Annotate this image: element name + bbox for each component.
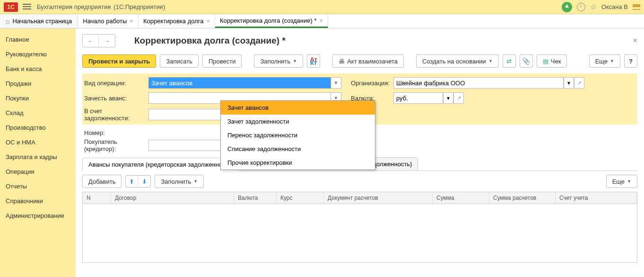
op-type-field[interactable] (148, 77, 331, 89)
platform-name: (1С:Предприятие) (113, 3, 165, 10)
write-button[interactable]: Записать (160, 54, 199, 68)
col-kurs[interactable]: Курс (277, 192, 324, 204)
row-move-buttons: ⬆ ⬇ (125, 175, 151, 188)
tab-start[interactable]: Начало работы × (78, 14, 139, 28)
col-summa[interactable]: Сумма (433, 192, 489, 204)
close-icon[interactable]: × (206, 18, 210, 25)
receipt-icon: ▤ (543, 58, 548, 65)
titlebar: 1C Бухгалтерия предприятия (1С:Предприят… (0, 0, 644, 14)
tab-label: Начало работы (83, 18, 127, 25)
col-summar[interactable]: Сумма расчетов (489, 192, 556, 204)
help-button[interactable]: ? (624, 54, 637, 68)
post-and-close-button[interactable]: Провести и закрыть (82, 54, 156, 68)
hamburger-icon[interactable] (23, 4, 31, 10)
sidebar-item-warehouse[interactable]: Склад (0, 106, 76, 120)
notification-icon[interactable] (562, 2, 572, 12)
attachment-icon: 📎 (522, 57, 530, 65)
close-page-button[interactable]: × (633, 36, 637, 45)
dtkt-button[interactable]: АтКт (307, 54, 320, 68)
page-title: Корректировка долга (создание) * (134, 36, 286, 46)
sub-more-button[interactable]: Еще▼ (606, 175, 637, 188)
dropdown-item[interactable]: Прочие корректировки (221, 156, 375, 170)
act-button[interactable]: 🖶Акт взаимозачета (332, 54, 404, 68)
buyer-label: Покупатель (кредитор): (82, 138, 148, 152)
attach-button[interactable]: 📎 (520, 54, 533, 68)
dropdown-item[interactable]: Зачет задолженности (221, 115, 375, 128)
sidebar-item-operations[interactable]: Операции (0, 164, 76, 179)
sidebar-item-sales[interactable]: Продажи (0, 76, 76, 91)
move-up-button[interactable]: ⬆ (126, 176, 138, 187)
close-icon[interactable]: × (130, 18, 133, 25)
close-icon[interactable]: × (319, 17, 323, 24)
panel-toggle-icon[interactable] (633, 4, 640, 10)
debt-label: В счет задолженности: (82, 107, 148, 122)
org-label: Организация: (351, 80, 393, 87)
user-name[interactable]: Оксана В (601, 3, 628, 10)
print-icon: 🖶 (339, 58, 345, 65)
col-dogovor[interactable]: Договор (111, 192, 234, 204)
tab-debt-adjustment[interactable]: Корректировка долга × (139, 14, 215, 28)
tab-label: Корректировка долга (143, 18, 204, 25)
home-tab[interactable]: ⌂ Начальная страница (0, 14, 78, 28)
subtab-advances[interactable]: Авансы покупателя (кредиторская задолжен… (82, 158, 240, 171)
more-button[interactable]: Еще▼ (589, 54, 620, 68)
move-down-button[interactable]: ⬇ (138, 176, 150, 187)
op-type-dropdown-button[interactable]: ▼ (331, 77, 341, 89)
sidebar-item-main[interactable]: Главное (0, 32, 76, 47)
forward-button[interactable]: → (99, 35, 115, 47)
currency-field[interactable] (393, 92, 443, 104)
op-type-label: Вид операции: (82, 80, 148, 87)
sidebar-item-purchases[interactable]: Покупки (0, 91, 76, 106)
sidebar: Главное Руководителю Банк и касса Продаж… (0, 28, 76, 277)
table-header: N Договор Валюта Курс Документ расчетов … (83, 192, 637, 204)
sidebar-item-manager[interactable]: Руководителю (0, 47, 76, 62)
sidebar-item-payroll[interactable]: Зарплата и кадры (0, 150, 76, 164)
col-doc[interactable]: Документ расчетов (324, 192, 433, 204)
subtoolbar: Добавить ⬆ ⬇ Заполнить▼ Еще▼ (82, 171, 637, 192)
sidebar-item-production[interactable]: Производство (0, 120, 76, 135)
col-n[interactable]: N (83, 192, 111, 204)
currency-open-button[interactable]: ↗ (453, 92, 464, 104)
dropdown-item[interactable]: Перенос задолженности (221, 128, 375, 142)
sidebar-item-reports[interactable]: Отчеты (0, 179, 76, 194)
link-button[interactable]: ⇄ (503, 54, 516, 68)
currency-dropdown-button[interactable]: ▼ (443, 92, 453, 104)
col-account[interactable]: Счет учета (556, 192, 637, 204)
tab-label: Корректировка долга (создание) * (220, 17, 316, 24)
sidebar-item-admin[interactable]: Администрирование (0, 208, 76, 223)
org-field[interactable] (393, 77, 564, 89)
fill-button[interactable]: Заполнить▼ (254, 54, 303, 68)
dropdown-item[interactable]: Списание задолженности (221, 142, 375, 156)
toolbar: Провести и закрыть Записать Провести Зап… (82, 54, 637, 68)
col-valuta[interactable]: Валюта (234, 192, 277, 204)
nav-buttons: ← → (82, 34, 115, 47)
org-dropdown-button[interactable]: ▼ (564, 77, 574, 89)
check-button[interactable]: ▤Чек (537, 54, 567, 68)
expand-icon: ↗ (457, 95, 461, 101)
favorite-icon[interactable]: ☆ (590, 2, 597, 11)
dropdown-item[interactable]: Зачет авансов (221, 101, 375, 115)
home-icon: ⌂ (6, 18, 9, 25)
history-icon[interactable] (577, 3, 585, 11)
logo-1c: 1C (4, 2, 18, 12)
home-tab-label: Начальная страница (12, 18, 72, 25)
advance-label: Зачесть аванс: (82, 95, 148, 102)
number-label: Номер: (82, 129, 120, 136)
create-based-button[interactable]: Создать на основании▼ (416, 54, 499, 68)
tab-debt-adjustment-new[interactable]: Корректировка долга (создание) * × (215, 14, 328, 28)
sidebar-item-refs[interactable]: Справочники (0, 194, 76, 208)
back-button[interactable]: ← (83, 35, 99, 47)
app-name: Бухгалтерия предприятия (37, 3, 111, 10)
org-open-button[interactable]: ↗ (574, 77, 584, 89)
link-icon: ⇄ (506, 58, 512, 65)
expand-icon: ↗ (577, 80, 582, 86)
post-button[interactable]: Провести (202, 54, 242, 68)
tabsbar: ⌂ Начальная страница Начало работы × Кор… (0, 14, 644, 28)
sidebar-item-assets[interactable]: ОС и НМА (0, 135, 76, 150)
table: N Договор Валюта Курс Документ расчетов … (82, 192, 637, 263)
sub-fill-button[interactable]: Заполнить▼ (155, 175, 204, 188)
content: ← → Корректировка долга (создание) * × П… (76, 28, 644, 277)
op-type-dropdown: Зачет авансов Зачет задолженности Перено… (220, 100, 375, 170)
sidebar-item-bank[interactable]: Банк и касса (0, 62, 76, 76)
add-row-button[interactable]: Добавить (82, 175, 122, 188)
